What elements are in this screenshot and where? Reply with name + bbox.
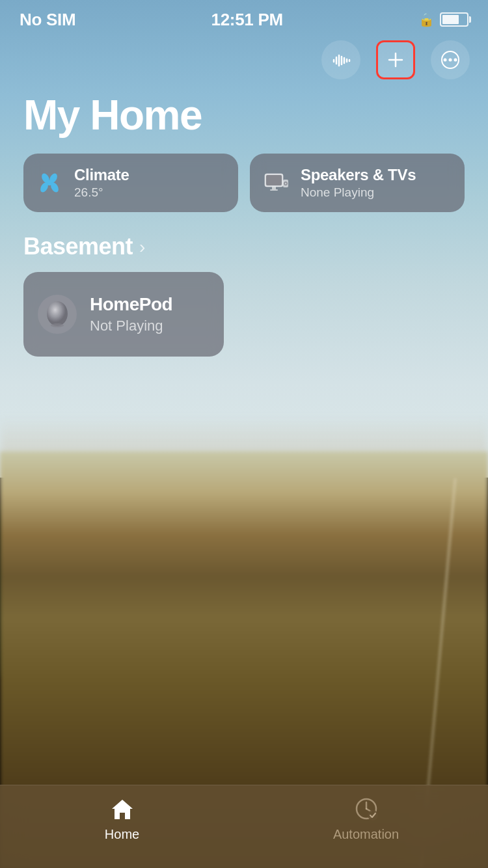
- basement-section-header[interactable]: Basement ›: [0, 233, 488, 272]
- speakers-title: Speakers & TVs: [301, 166, 416, 184]
- plus-icon: [386, 50, 405, 70]
- climate-card-text: Climate 26.5°: [74, 166, 129, 200]
- homepod-icon: [42, 299, 72, 329]
- tab-bar: Home Automation: [0, 785, 488, 868]
- toolbar: [0, 35, 488, 86]
- spacer: [0, 357, 488, 785]
- device-cards: HomePod Not Playing: [0, 272, 488, 357]
- tab-home[interactable]: Home: [77, 794, 168, 842]
- lock-icon: 🔒: [418, 12, 435, 27]
- homepod-name: HomePod: [90, 294, 172, 315]
- page-title: My Home: [0, 86, 488, 154]
- time-text: 12:51 PM: [211, 10, 282, 30]
- home-tab-label: Home: [105, 827, 139, 842]
- basement-chevron: ›: [139, 237, 145, 258]
- fan-icon: [36, 170, 62, 196]
- house-icon: [109, 796, 135, 822]
- homepod-status: Not Playing: [90, 318, 172, 334]
- status-bar: No SIM 12:51 PM 🔒: [0, 0, 488, 35]
- tab-automation[interactable]: Automation: [321, 794, 412, 842]
- svg-point-18: [47, 181, 52, 185]
- svg-point-11: [454, 59, 457, 62]
- svg-rect-20: [266, 175, 282, 185]
- svg-rect-24: [272, 187, 276, 189]
- svg-marker-28: [112, 800, 133, 819]
- quick-cards: Climate 26.5°: [0, 154, 488, 233]
- climate-icon: [35, 169, 64, 197]
- battery-fill: [442, 15, 459, 24]
- speakers-card[interactable]: Speakers & TVs None Playing: [250, 154, 465, 212]
- automation-tab-label: Automation: [333, 827, 399, 842]
- automation-tab-icon: [352, 794, 381, 823]
- voice-icon: [331, 50, 351, 70]
- climate-title: Climate: [74, 166, 129, 184]
- homepod-card[interactable]: HomePod Not Playing: [23, 272, 224, 357]
- ellipsis-icon: [441, 50, 460, 70]
- add-button[interactable]: [376, 40, 415, 79]
- svg-rect-25: [270, 189, 278, 191]
- homepod-text: HomePod Not Playing: [90, 294, 172, 334]
- climate-subtitle: 26.5°: [74, 185, 129, 200]
- home-tab-icon: [108, 794, 137, 823]
- svg-point-32: [368, 810, 378, 821]
- status-right: 🔒: [418, 12, 468, 27]
- speakers-card-text: Speakers & TVs None Playing: [301, 166, 416, 200]
- voice-button[interactable]: [321, 40, 360, 79]
- svg-point-23: [285, 183, 287, 185]
- climate-card[interactable]: Climate 26.5°: [23, 154, 238, 212]
- homepod-icon-wrap: [38, 295, 77, 334]
- svg-point-27: [51, 323, 64, 327]
- speakers-subtitle: None Playing: [301, 185, 416, 200]
- more-button[interactable]: [431, 40, 470, 79]
- clock-check-icon: [353, 796, 379, 822]
- svg-point-9: [444, 59, 447, 62]
- svg-point-10: [449, 59, 452, 62]
- speaker-tv-icon: [262, 169, 290, 197]
- basement-title: Basement: [23, 233, 133, 260]
- battery-icon: [440, 12, 468, 27]
- speakers-icon: [262, 169, 290, 197]
- app-container: No SIM 12:51 PM 🔒: [0, 0, 488, 868]
- svg-point-26: [47, 301, 68, 326]
- carrier-text: No SIM: [20, 10, 75, 30]
